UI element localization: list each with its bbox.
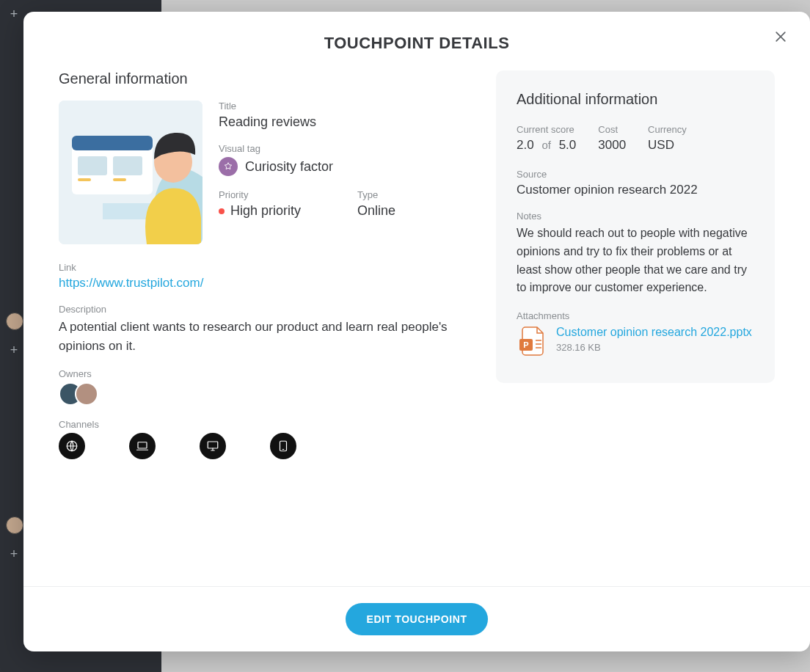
laptop-channel-icon[interactable] (129, 433, 156, 459)
type-value: Online (357, 203, 467, 219)
title-label: Title (219, 101, 467, 112)
powerpoint-file-icon: P (517, 324, 546, 357)
star-icon (219, 157, 238, 176)
title-value: Reading reviews (219, 114, 467, 130)
general-heading: General information (59, 70, 467, 87)
current-score-value: 2.0 of 5.0 (517, 138, 576, 153)
touchpoint-illustration (59, 101, 202, 244)
attachment-item[interactable]: P Customer opinion research 2022.pptx 32… (517, 324, 754, 357)
svg-rect-9 (138, 442, 147, 448)
modal-header: TOUCHPOINT DETAILS (23, 12, 810, 53)
plus-icon: + (6, 342, 22, 358)
modal-body: General information (23, 53, 810, 586)
type-label: Type (357, 189, 467, 200)
general-meta-stack: Title Reading reviews Visual tag Curiosi… (219, 101, 467, 244)
additional-information-section: Additional information Current score 2.0… (496, 70, 775, 571)
attachment-name: Customer opinion research 2022.pptx (556, 324, 752, 340)
notes-value: We should reach out to people with negat… (517, 224, 754, 297)
channels-row (59, 433, 467, 459)
modal-footer: EDIT TOUCHPOINT (23, 586, 810, 651)
website-channel-icon[interactable] (59, 433, 85, 459)
source-label: Source (517, 169, 754, 180)
currency-value: USD (648, 138, 687, 153)
avatar (6, 313, 23, 330)
visual-tag-value: Curiosity factor (245, 159, 333, 175)
svg-rect-4 (113, 156, 142, 175)
general-information-section: General information (59, 70, 467, 571)
link-label: Link (59, 262, 467, 273)
close-icon (773, 29, 788, 44)
description-label: Description (59, 304, 467, 315)
svg-rect-3 (78, 156, 107, 175)
owner-avatar[interactable] (75, 382, 98, 406)
currency-label: Currency (648, 124, 687, 135)
edit-touchpoint-button[interactable]: EDIT TOUCHPOINT (346, 603, 487, 635)
owners-label: Owners (59, 368, 467, 379)
attachments-label: Attachments (517, 310, 754, 321)
avatar (6, 516, 23, 534)
svg-rect-6 (113, 178, 126, 181)
general-upper-row: Title Reading reviews Visual tag Curiosi… (59, 101, 467, 244)
svg-rect-10 (208, 442, 218, 448)
cost-label: Cost (598, 124, 626, 135)
additional-heading: Additional information (517, 91, 754, 108)
channels-label: Channels (59, 419, 467, 430)
source-value: Customer opinion research 2022 (517, 183, 754, 197)
svg-text:P: P (523, 340, 528, 349)
touchpoint-details-modal: TOUCHPOINT DETAILS General information (23, 12, 810, 651)
svg-rect-2 (72, 136, 153, 150)
close-button[interactable] (766, 22, 795, 51)
desktop-channel-icon[interactable] (200, 433, 226, 459)
description-value: A potential client wants to research our… (59, 318, 467, 355)
plus-icon: + (6, 6, 22, 22)
visual-tag-label: Visual tag (219, 143, 467, 154)
current-score-label: Current score (517, 124, 576, 135)
plus-icon: + (6, 546, 22, 562)
priority-value: High priority (230, 203, 301, 219)
priority-dot-icon (219, 208, 225, 214)
notes-label: Notes (517, 211, 754, 222)
cost-value: 3000 (598, 138, 626, 153)
tablet-channel-icon[interactable] (270, 433, 296, 459)
link-value[interactable]: https://www.trustpilot.com/ (59, 276, 203, 290)
additional-information-panel: Additional information Current score 2.0… (496, 70, 775, 383)
priority-label: Priority (219, 189, 328, 200)
modal-title: TOUCHPOINT DETAILS (41, 34, 792, 53)
svg-rect-5 (78, 178, 91, 181)
owners-avatar-stack (59, 382, 467, 406)
attachment-size: 328.16 KB (556, 342, 752, 353)
